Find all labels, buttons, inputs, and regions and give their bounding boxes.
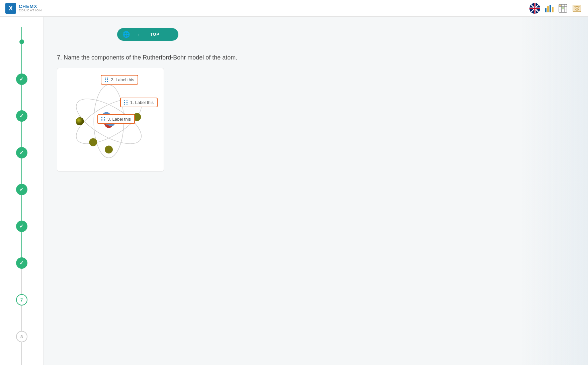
label-3-box[interactable]: 3. Label this	[97, 114, 135, 124]
step-1[interactable]	[19, 39, 24, 44]
step-6[interactable]: ✓	[16, 221, 27, 232]
logo-chemx: CHEMX	[19, 4, 42, 9]
step-2[interactable]: ✓	[16, 74, 27, 85]
logo-icon: X	[5, 3, 16, 14]
svg-text:X: X	[9, 5, 13, 12]
label-2-text: 2. Label this	[111, 77, 134, 82]
certificate-icon[interactable]: ★	[571, 3, 583, 14]
header: X CHEMX EDUCATION	[0, 0, 588, 17]
step-5[interactable]: ✓	[16, 184, 27, 195]
step-9[interactable]: 8	[16, 331, 27, 342]
question-title: 7. Name the components of the Rutherford…	[57, 54, 575, 61]
step-8-current[interactable]: 7	[16, 294, 27, 306]
header-icons: ★	[529, 3, 583, 14]
step-2-check: ✓	[19, 76, 24, 82]
step-7[interactable]: ✓	[16, 257, 27, 269]
nav-bar: 🌐 ← TOP →	[117, 28, 178, 41]
step-3-check: ✓	[19, 113, 24, 119]
svg-point-38	[105, 146, 113, 154]
table-icon[interactable]	[557, 3, 569, 14]
drag-handle-1	[124, 100, 128, 105]
svg-text:★: ★	[576, 7, 578, 10]
language-icon[interactable]	[529, 3, 540, 14]
label-1-box[interactable]: 1. Label this	[120, 98, 158, 107]
svg-rect-11	[550, 5, 551, 12]
step-4-check: ✓	[19, 150, 24, 156]
step-8-label: 7	[20, 297, 23, 302]
step-7-check: ✓	[19, 260, 24, 266]
step-4[interactable]: ✓	[16, 147, 27, 158]
atom-diagram-box: 2. Label this 1. Label this 3. Label t	[57, 68, 164, 171]
svg-rect-9	[545, 8, 547, 12]
svg-rect-10	[547, 6, 549, 12]
content-area: 🌐 ← TOP → 7. Name the components of the …	[44, 17, 588, 365]
logo-education: EDUCATION	[19, 9, 42, 12]
step-5-check: ✓	[19, 187, 24, 193]
forward-button[interactable]: →	[164, 30, 176, 39]
logo: X CHEMX EDUCATION	[5, 3, 42, 14]
sidebar: ✓ ✓ ✓ ✓ ✓ ✓ 7 8 9	[0, 17, 44, 365]
step-3[interactable]: ✓	[16, 110, 27, 122]
step-9-label: 8	[20, 334, 23, 339]
label-3-text: 3. Label this	[107, 117, 131, 122]
svg-rect-19	[562, 7, 564, 9]
drag-handle-2	[105, 78, 109, 82]
svg-rect-18	[559, 5, 561, 6]
step-6-check: ✓	[19, 223, 24, 229]
back-button[interactable]: ←	[134, 30, 146, 39]
globe-button[interactable]: 🌐	[120, 29, 133, 39]
label-2-box[interactable]: 2. Label this	[101, 75, 138, 85]
svg-point-35	[76, 117, 84, 125]
label-1-text: 1. Label this	[130, 100, 154, 105]
stats-icon[interactable]	[543, 3, 555, 14]
svg-point-37	[89, 138, 97, 146]
svg-rect-12	[552, 7, 554, 12]
logo-text: CHEMX EDUCATION	[19, 4, 42, 12]
drag-handle-3	[101, 117, 105, 121]
top-button[interactable]: TOP	[147, 31, 163, 38]
main-layout: ✓ ✓ ✓ ✓ ✓ ✓ 7 8 9	[0, 17, 588, 365]
